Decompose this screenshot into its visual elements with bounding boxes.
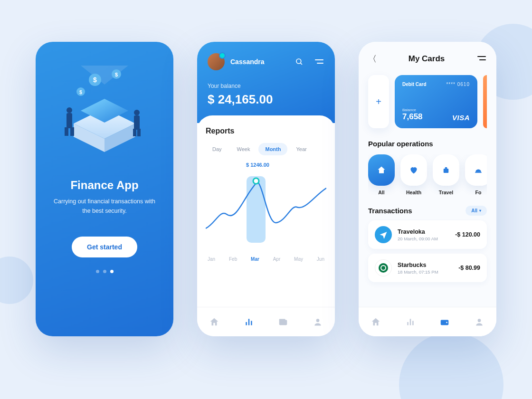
filter-pill[interactable]: All ▾ — [466, 206, 487, 216]
back-icon[interactable]: 〈 — [368, 53, 377, 65]
traveloka-icon — [375, 226, 392, 243]
svg-rect-39 — [407, 322, 408, 325]
balance-value: $ 24,165.00 — [208, 92, 324, 107]
svg-point-19 — [296, 59, 301, 64]
svg-point-38 — [381, 266, 385, 270]
op-label: Travel — [439, 190, 453, 195]
svg-rect-13 — [65, 127, 68, 136]
month-label: Apr — [273, 256, 281, 262]
nav-profile-icon[interactable] — [474, 316, 485, 328]
svg-rect-35 — [475, 172, 482, 173]
svg-rect-41 — [412, 321, 414, 325]
svg-text:$: $ — [93, 76, 97, 84]
filter-label: All — [471, 208, 477, 213]
op-label: Health — [406, 190, 421, 195]
tab-day[interactable]: Day — [206, 143, 228, 155]
chart-x-axis: Jan Feb Mar Apr May Jun — [206, 256, 326, 262]
op-label: Fo — [475, 190, 482, 195]
bottom-nav — [359, 307, 496, 336]
chevron-down-icon: ▾ — [479, 209, 481, 213]
card-balance: 7,658 — [402, 112, 423, 122]
balance-label: Your balance — [208, 83, 324, 89]
nav-stats-icon[interactable] — [243, 316, 255, 328]
svg-rect-34 — [445, 167, 447, 169]
avatar[interactable] — [208, 53, 225, 70]
bg-decor — [399, 332, 504, 399]
tab-week[interactable]: Week — [230, 143, 257, 155]
card-balance-label: Balance — [402, 108, 423, 112]
svg-point-44 — [477, 319, 481, 322]
menu-icon[interactable] — [314, 57, 324, 67]
tab-month[interactable]: Month — [258, 143, 287, 155]
svg-rect-25 — [246, 322, 247, 325]
month-label: Mar — [251, 256, 259, 262]
op-travel[interactable]: Travel — [433, 154, 459, 195]
op-health[interactable]: Health — [400, 154, 427, 195]
svg-line-20 — [301, 63, 302, 65]
reports-title: Reports — [206, 127, 326, 135]
svg-marker-0 — [81, 66, 128, 85]
svg-text:$: $ — [79, 90, 82, 95]
debit-card[interactable]: Debit Card **** 0610 Balance 7,658 VISA — [395, 75, 477, 128]
tab-year[interactable]: Year — [289, 143, 313, 155]
nav-stats-icon[interactable] — [405, 316, 416, 328]
operations-title: Popular operations — [368, 140, 487, 148]
nav-home-icon[interactable] — [209, 316, 220, 328]
svg-text:$: $ — [115, 72, 118, 77]
tx-name: Traveloka — [398, 228, 449, 235]
page-dot[interactable] — [103, 270, 106, 273]
svg-point-30 — [316, 319, 319, 322]
nav-wallet-icon[interactable] — [277, 316, 289, 328]
svg-rect-11 — [66, 113, 72, 128]
tx-time: 20 March, 09:00 AM — [398, 236, 449, 241]
transactions-title: Transactions — [368, 207, 412, 215]
cards-screen: 〈 My Cards + Debit Card **** 0610 Balanc… — [359, 42, 496, 336]
card-type: Debit Card — [402, 82, 427, 87]
op-food[interactable]: Fo — [465, 154, 487, 195]
month-label: Feb — [229, 256, 237, 262]
nav-profile-icon[interactable] — [312, 316, 323, 328]
bottom-nav — [197, 307, 335, 336]
page-dot[interactable] — [96, 270, 99, 273]
onboarding-subtitle: Carrying out financial transactions with… — [52, 197, 157, 216]
svg-rect-33 — [444, 169, 449, 173]
dashboard-screen: Cassandra Your balance $ 24,165.00 Repor… — [197, 42, 335, 336]
suitcase-icon — [433, 154, 459, 186]
add-card-button[interactable]: + — [368, 75, 389, 128]
search-icon[interactable] — [294, 57, 304, 67]
svg-point-16 — [134, 110, 140, 115]
menu-icon[interactable] — [476, 55, 487, 63]
get-started-button[interactable]: Get started — [72, 237, 137, 257]
card-mask: **** 0610 — [446, 82, 470, 87]
tx-amount: -$ 120.00 — [455, 231, 480, 238]
svg-rect-15 — [134, 115, 140, 130]
op-label: All — [378, 190, 384, 195]
page-title: My Cards — [408, 54, 445, 64]
nav-home-icon[interactable] — [370, 316, 381, 328]
nav-wallet-icon[interactable] — [439, 316, 450, 328]
svg-rect-29 — [279, 319, 285, 321]
dashboard-header: Cassandra Your balance $ 24,165.00 — [197, 42, 335, 123]
home-icon — [368, 154, 395, 186]
svg-point-12 — [66, 107, 72, 113]
next-card-peek[interactable] — [483, 75, 487, 128]
chart-tooltip: $ 1246.00 — [246, 162, 269, 168]
svg-rect-18 — [137, 129, 141, 136]
month-label: Jan — [208, 256, 215, 262]
page-dot-active[interactable] — [110, 270, 114, 273]
tx-time: 18 March, 07:15 PM — [398, 269, 453, 275]
page-indicator — [96, 270, 114, 273]
reports-chart: $ 1246.00 Jan Feb Mar Apr May Jun — [206, 162, 326, 262]
onboarding-title: Finance App — [70, 179, 138, 192]
svg-rect-27 — [251, 321, 252, 325]
tx-amount: -$ 80.99 — [458, 265, 480, 271]
svg-rect-40 — [410, 319, 411, 325]
month-label: Jun — [317, 256, 324, 262]
username: Cassandra — [230, 58, 288, 66]
transaction-row[interactable]: Traveloka 20 March, 09:00 AM -$ 120.00 — [368, 220, 487, 249]
op-all[interactable]: All — [368, 154, 395, 195]
transaction-row[interactable]: Starbucks 18 March, 07:15 PM -$ 80.99 — [368, 254, 487, 282]
svg-rect-17 — [133, 129, 136, 136]
onboarding-screen: $ $ $ Finance App Carrying out financial… — [36, 42, 173, 336]
month-label: May — [294, 256, 303, 262]
